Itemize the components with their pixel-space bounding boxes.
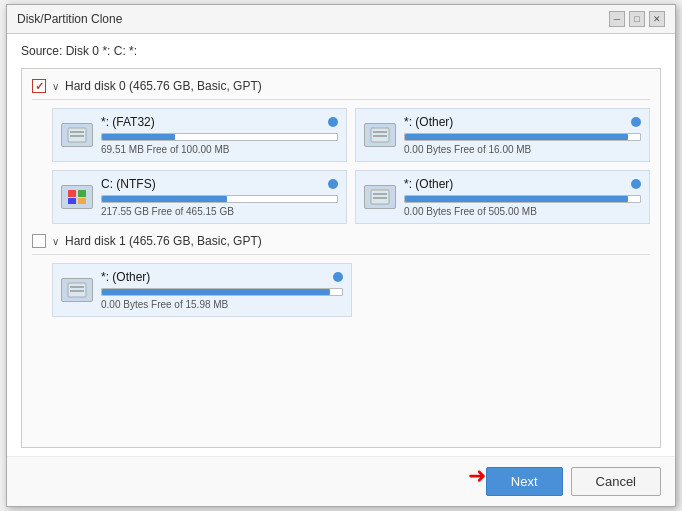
partition-disk1-other-fill (102, 289, 330, 295)
partition-disk1-other-info: *: (Other) 0.00 Bytes Free of 15.98 MB (101, 270, 343, 310)
partition-other-br-dot (631, 179, 641, 189)
disk0-label: Hard disk 0 (465.76 GB, Basic, GPT) (65, 79, 262, 93)
partition-fat32-name-row: *: (FAT32) (101, 115, 338, 129)
partition-fat32-dot (328, 117, 338, 127)
disk-group-0: ∨ Hard disk 0 (465.76 GB, Basic, GPT) (32, 79, 650, 224)
svg-rect-11 (373, 193, 387, 195)
partition-ntfs-dot (328, 179, 338, 189)
partition-other-tr-bar (404, 133, 641, 141)
partition-other-br-name-row: *: (Other) (404, 177, 641, 191)
partition-fat32-info: *: (FAT32) 69.51 MB Free of 100.00 MB (101, 115, 338, 155)
partition-ntfs-info: C: (NTFS) 217.55 GB Free of 465.15 GB (101, 177, 338, 217)
svg-rect-1 (70, 131, 84, 133)
source-row: Source: Disk 0 *: C: *: (21, 44, 661, 58)
disk1-chevron-icon[interactable]: ∨ (52, 236, 59, 247)
svg-rect-14 (70, 286, 84, 288)
partition-other-tr-info: *: (Other) 0.00 Bytes Free of 16.00 MB (404, 115, 641, 155)
source-label: Source: (21, 44, 62, 58)
cancel-button[interactable]: Cancel (571, 467, 661, 496)
svg-rect-2 (70, 135, 84, 137)
partition-other-tr-icon (364, 123, 396, 147)
partition-ntfs: C: (NTFS) 217.55 GB Free of 465.15 GB (52, 170, 347, 224)
dialog-footer: Next Cancel (7, 456, 675, 506)
svg-rect-4 (373, 131, 387, 133)
title-controls: ─ □ ✕ (609, 11, 665, 27)
partition-other-tr-name: *: (Other) (404, 115, 453, 129)
partition-ntfs-fill (102, 196, 227, 202)
partition-fat32-free: 69.51 MB Free of 100.00 MB (101, 144, 338, 155)
partition-ntfs-name: C: (NTFS) (101, 177, 156, 191)
partition-fat32-icon (61, 123, 93, 147)
partition-ntfs-free: 217.55 GB Free of 465.15 GB (101, 206, 338, 217)
disk-header-0: ∨ Hard disk 0 (465.76 GB, Basic, GPT) (32, 79, 650, 100)
arrow-indicator (448, 467, 478, 487)
partition-ntfs-bar (101, 195, 338, 203)
partition-disk1-other-free: 0.00 Bytes Free of 15.98 MB (101, 299, 343, 310)
next-button[interactable]: Next (486, 467, 563, 496)
partition-fat32-bar (101, 133, 338, 141)
partition-other-br-free: 0.00 Bytes Free of 505.00 MB (404, 206, 641, 217)
close-button[interactable]: ✕ (649, 11, 665, 27)
minimize-button[interactable]: ─ (609, 11, 625, 27)
main-window: Disk/Partition Clone ─ □ ✕ Source: Disk … (6, 4, 676, 507)
partition-other-tr-dot (631, 117, 641, 127)
svg-rect-12 (373, 197, 387, 199)
partition-ntfs-name-row: C: (NTFS) (101, 177, 338, 191)
disk1-label: Hard disk 1 (465.76 GB, Basic, GPT) (65, 234, 262, 248)
partition-disk1-other-dot (333, 272, 343, 282)
source-value: Disk 0 *: C: *: (66, 44, 137, 58)
svg-rect-7 (78, 190, 86, 197)
partition-disk1-other-icon (61, 278, 93, 302)
svg-rect-9 (78, 198, 86, 204)
disk-header-1: ∨ Hard disk 1 (465.76 GB, Basic, GPT) (32, 234, 650, 255)
disk-list-panel: ∨ Hard disk 0 (465.76 GB, Basic, GPT) (21, 68, 661, 448)
partition-other-tr-free: 0.00 Bytes Free of 16.00 MB (404, 144, 641, 155)
partition-disk1-other: *: (Other) 0.00 Bytes Free of 15.98 MB (52, 263, 352, 317)
partition-disk1-other-name-row: *: (Other) (101, 270, 343, 284)
disk0-partitions: *: (FAT32) 69.51 MB Free of 100.00 MB (52, 108, 650, 224)
partition-ntfs-icon (61, 185, 93, 209)
disk0-checkbox[interactable] (32, 79, 46, 93)
partition-other-tr-name-row: *: (Other) (404, 115, 641, 129)
disk1-checkbox[interactable] (32, 234, 46, 248)
partition-fat32-fill (102, 134, 175, 140)
disk0-chevron-icon[interactable]: ∨ (52, 81, 59, 92)
svg-rect-15 (70, 290, 84, 292)
partition-disk1-other-name: *: (Other) (101, 270, 150, 284)
partition-fat32-name: *: (FAT32) (101, 115, 155, 129)
svg-rect-5 (373, 135, 387, 137)
partition-disk1-other-bar (101, 288, 343, 296)
partition-other-br-bar (404, 195, 641, 203)
svg-rect-6 (68, 190, 76, 197)
partition-other-tr: *: (Other) 0.00 Bytes Free of 16.00 MB (355, 108, 650, 162)
partition-other-br-info: *: (Other) 0.00 Bytes Free of 505.00 MB (404, 177, 641, 217)
disk-group-1: ∨ Hard disk 1 (465.76 GB, Basic, GPT) (32, 234, 650, 317)
disk1-partitions: *: (Other) 0.00 Bytes Free of 15.98 MB (52, 263, 650, 317)
window-title: Disk/Partition Clone (17, 12, 122, 26)
partition-other-br-name: *: (Other) (404, 177, 453, 191)
partition-other-br: *: (Other) 0.00 Bytes Free of 505.00 MB (355, 170, 650, 224)
partition-other-tr-fill (405, 134, 628, 140)
dialog-content: Source: Disk 0 *: C: *: ∨ Hard disk 0 (4… (7, 34, 675, 456)
partition-other-br-icon (364, 185, 396, 209)
partition-other-br-fill (405, 196, 628, 202)
maximize-button[interactable]: □ (629, 11, 645, 27)
partition-fat32: *: (FAT32) 69.51 MB Free of 100.00 MB (52, 108, 347, 162)
svg-rect-8 (68, 198, 76, 204)
title-bar: Disk/Partition Clone ─ □ ✕ (7, 5, 675, 34)
